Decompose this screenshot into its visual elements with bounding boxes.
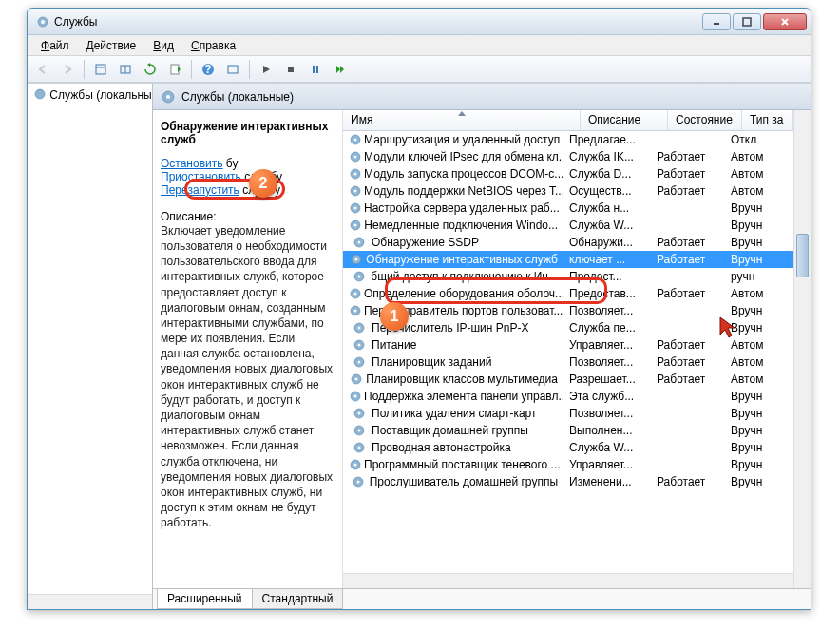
service-row[interactable]: Планировщик классов мультимедиаРазрешает… xyxy=(343,371,793,388)
restart-button[interactable] xyxy=(329,59,352,80)
start-button[interactable] xyxy=(255,59,277,80)
svg-point-27 xyxy=(354,190,357,193)
menubar: Файл Действие Вид Справка xyxy=(28,35,811,56)
service-type: ручн xyxy=(725,270,773,283)
col-name[interactable]: Имя xyxy=(343,110,581,130)
stop-link[interactable]: Остановить xyxy=(161,157,223,170)
annotation-badge-1: 1 xyxy=(380,302,409,331)
refresh-button[interactable] xyxy=(139,59,162,80)
service-row[interactable]: Немедленные подключения Windo...Служба W… xyxy=(343,217,793,234)
service-desc: Управляет... xyxy=(563,338,651,352)
gear-icon xyxy=(349,338,370,352)
service-state: Работает xyxy=(651,373,725,386)
gear-icon xyxy=(349,407,370,420)
svg-point-49 xyxy=(355,378,358,381)
service-row[interactable]: Модули ключей IPsec для обмена кл...Служ… xyxy=(343,148,793,165)
gear-icon xyxy=(349,373,364,386)
service-row[interactable]: Обнаружение SSDPОбнаружи...РаботаетВручн xyxy=(343,234,793,251)
svg-point-43 xyxy=(358,327,361,330)
gear-icon xyxy=(349,236,370,249)
service-row[interactable]: Программный поставщик теневого ...Управл… xyxy=(343,456,793,473)
service-row[interactable]: Планировщик заданийПозволяет...РаботаетА… xyxy=(343,354,793,371)
gear-icon xyxy=(349,390,362,403)
svg-rect-13 xyxy=(228,66,238,73)
service-type: Вручн xyxy=(725,458,773,471)
menu-file[interactable]: Файл xyxy=(33,37,77,54)
menu-action[interactable]: Действие xyxy=(79,37,144,54)
svg-point-47 xyxy=(358,361,361,364)
properties-button[interactable] xyxy=(89,59,112,80)
service-name: Поставщик домашней группы xyxy=(372,424,528,437)
service-type: Вручн xyxy=(725,441,773,454)
window-title: Службы xyxy=(54,15,702,29)
gear-icon xyxy=(161,89,176,105)
description-label: Описание: xyxy=(161,210,334,223)
service-desc: Служба W... xyxy=(563,219,651,232)
svg-point-33 xyxy=(358,241,361,244)
tree-scrollbar[interactable] xyxy=(28,594,152,609)
services-window: Службы Файл Действие Вид Справка ? xyxy=(27,8,811,610)
service-desc: Разрешает... xyxy=(563,373,651,386)
help-button[interactable]: ? xyxy=(197,59,220,80)
tab-extended[interactable]: Расширенный xyxy=(157,589,253,609)
v-scrollbar[interactable] xyxy=(793,110,811,588)
pause-button[interactable] xyxy=(304,59,327,80)
titlebar[interactable]: Службы xyxy=(28,9,811,35)
service-name: Политика удаления смарт-карт xyxy=(372,407,537,420)
show-hide-button[interactable] xyxy=(114,59,137,80)
col-desc[interactable]: Описание xyxy=(581,110,668,130)
svg-point-17 xyxy=(35,89,45,99)
minimize-button[interactable] xyxy=(702,13,731,30)
col-type[interactable]: Тип за xyxy=(742,110,793,130)
stop-button[interactable] xyxy=(279,59,302,80)
service-state: Работает xyxy=(651,355,725,369)
service-row[interactable]: Поддержка элемента панели управл...Эта с… xyxy=(343,388,793,405)
menu-help[interactable]: Справка xyxy=(183,37,243,54)
service-row[interactable]: Настройка сервера удаленных раб...Служба… xyxy=(343,200,793,217)
service-type: Автом xyxy=(725,287,773,300)
menu-view[interactable]: Вид xyxy=(145,37,181,54)
detail-button[interactable] xyxy=(221,59,244,80)
maximize-button[interactable] xyxy=(733,13,761,30)
service-state: Работает xyxy=(651,253,725,266)
service-type: Вручн xyxy=(725,407,773,420)
service-name: Модуль запуска процессов DCOM-с... xyxy=(364,167,563,181)
col-state[interactable]: Состояние xyxy=(668,110,742,130)
svg-point-39 xyxy=(354,293,357,296)
service-state: Работает xyxy=(651,150,725,163)
h-scrollbar[interactable] xyxy=(343,573,793,588)
service-list: Имя Описание Состояние Тип за Маршрутиза… xyxy=(343,110,793,588)
service-row[interactable]: Обнаружение интерактивных службключает .… xyxy=(343,251,793,268)
service-type: Автом xyxy=(725,184,773,198)
export-button[interactable] xyxy=(163,59,186,80)
svg-point-55 xyxy=(358,430,361,432)
service-row[interactable]: Модуль запуска процессов DCOM-с...Служба… xyxy=(343,165,793,182)
gear-icon xyxy=(349,475,368,488)
service-row[interactable]: Модуль поддержки NetBIOS через T...Осуще… xyxy=(343,182,793,200)
service-desc: Служба н... xyxy=(563,201,651,215)
service-row[interactable]: Поставщик домашней группыВыполнен...Вруч… xyxy=(343,422,793,439)
close-button[interactable] xyxy=(763,13,807,30)
service-name: Обнаружение интерактивных служб xyxy=(366,253,558,266)
service-desc: Позволяет... xyxy=(563,304,651,317)
service-desc: Осуществ... xyxy=(563,184,651,198)
service-state: Работает xyxy=(651,338,725,352)
service-desc: Предлагае... xyxy=(563,133,651,146)
service-name: Планировщик заданий xyxy=(372,355,491,369)
svg-point-35 xyxy=(355,258,358,261)
gear-icon xyxy=(349,201,362,215)
tab-standard[interactable]: Стандартный xyxy=(252,589,344,609)
service-desc: Служба D... xyxy=(563,167,651,181)
service-name: Проводная автонастройка xyxy=(372,441,511,454)
service-state: Работает xyxy=(651,236,725,249)
service-row[interactable]: Маршрутизация и удаленный доступПредлага… xyxy=(343,131,793,148)
tree-item-services[interactable]: Службы (локальны xyxy=(28,84,152,105)
service-type: Вручн xyxy=(725,390,773,403)
cursor-icon xyxy=(718,316,741,345)
service-name: Поддержка элемента панели управл... xyxy=(364,390,563,403)
service-type: Автом xyxy=(725,167,773,181)
service-row[interactable]: Прослушиватель домашней группыИзменени..… xyxy=(343,473,793,490)
pane-header: Службы (локальные) xyxy=(153,84,811,110)
service-row[interactable]: Политика удаления смарт-картПозволяет...… xyxy=(343,405,793,422)
service-row[interactable]: Проводная автонастройкаСлужба W...Вручн xyxy=(343,439,793,456)
